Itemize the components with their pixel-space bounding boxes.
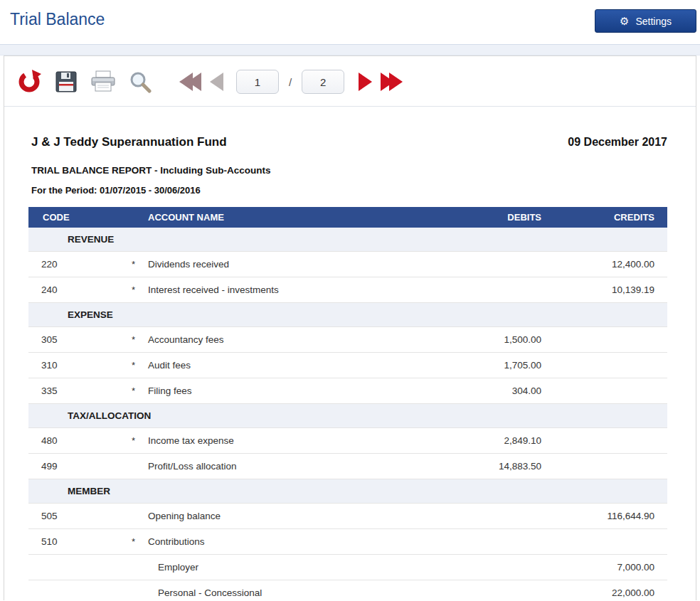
cell-flag: *: [132, 428, 148, 454]
cell-code: [28, 580, 132, 601]
table-row: TAX/ALLOCATION: [28, 404, 667, 428]
right-arrow-icon: [359, 73, 372, 91]
cell-credit: 116,644.90: [550, 504, 667, 529]
cell-debit: 1,705.00: [450, 353, 550, 378]
first-page-icon[interactable]: [179, 73, 201, 91]
cell-flag: *: [132, 378, 148, 404]
section-label: MEMBER: [28, 479, 667, 504]
cell-code: 240: [28, 277, 132, 303]
cell-name: Contributions: [148, 529, 450, 555]
settings-button-label: Settings: [635, 16, 672, 27]
last-page-icon[interactable]: [381, 73, 403, 91]
trial-balance-table-body: REVENUE220*Dividends received12,400.0024…: [28, 228, 667, 600]
header-credits: CREDITS: [550, 207, 667, 228]
table-row: 480*Income tax expense2,849.10: [28, 428, 667, 454]
app-header: Trial Balance ⚙ Settings: [0, 0, 700, 44]
cell-debit: [450, 252, 550, 277]
table-row: Employer7,000.00: [28, 555, 667, 580]
table-row: Personal - Concessional22,000.00: [28, 580, 667, 601]
cell-code: 305: [28, 327, 132, 353]
report-body: J & J Teddy Superannuation Fund 09 Decem…: [4, 107, 696, 600]
refresh-icon[interactable]: [16, 69, 43, 95]
cell-name: Filing fees: [148, 378, 450, 404]
cell-name: Employer: [148, 555, 450, 580]
section-label: EXPENSE: [28, 303, 667, 327]
cell-credit: 12,400.00: [550, 252, 667, 277]
current-page-value: 1: [255, 76, 260, 88]
cell-debit: 1,500.00: [450, 327, 550, 353]
table-row: 510*Contributions: [28, 529, 667, 555]
cell-name: Audit fees: [148, 353, 450, 378]
cell-flag: [132, 555, 148, 580]
table-row: 310*Audit fees1,705.00: [28, 353, 667, 378]
report-period: For the Period: 01/07/2015 - 30/06/2016: [28, 185, 667, 196]
toolbar: 1 / 2: [4, 56, 696, 107]
fund-name: J & J Teddy Superannuation Fund: [28, 135, 227, 149]
total-pages-value: 2: [320, 76, 326, 88]
left-arrow-icon: [210, 73, 223, 91]
cell-credit: [550, 378, 667, 404]
gear-icon: ⚙: [620, 16, 629, 26]
cell-name: Profit/Loss allocation: [148, 454, 450, 479]
table-row: 220*Dividends received12,400.00: [28, 252, 667, 277]
cell-debit: [450, 580, 550, 601]
cell-flag: [132, 454, 148, 479]
section-label: REVENUE: [28, 228, 667, 252]
cell-debit: 14,883.50: [450, 454, 550, 479]
cell-flag: *: [132, 529, 148, 555]
trial-balance-table: CODE ACCOUNT NAME DEBITS CREDITS REVENUE…: [28, 207, 667, 600]
cell-credit: 10,139.19: [550, 277, 667, 303]
cell-code: 499: [28, 454, 132, 479]
double-right-arrow-icon: [389, 73, 403, 91]
cell-credit: [550, 327, 667, 353]
save-icon[interactable]: [53, 69, 80, 95]
cell-name: Dividends received: [148, 252, 450, 277]
table-row: 305*Accountancy fees1,500.00: [28, 327, 667, 353]
table-row: MEMBER: [28, 479, 667, 504]
table-header: CODE ACCOUNT NAME DEBITS CREDITS: [28, 207, 667, 228]
cell-code: 510: [28, 529, 132, 555]
cell-code: 480: [28, 428, 132, 454]
cell-credit: 7,000.00: [550, 555, 667, 580]
settings-button[interactable]: ⚙ Settings: [595, 9, 696, 33]
cell-debit: [450, 529, 550, 555]
current-page-input[interactable]: 1: [236, 70, 279, 94]
table-row: EXPENSE: [28, 303, 667, 327]
search-icon[interactable]: [127, 69, 154, 95]
header-divider-band: [0, 44, 700, 55]
cell-flag: *: [132, 252, 148, 277]
cell-name: Accountancy fees: [148, 327, 450, 353]
cell-flag: [132, 580, 148, 601]
page-separator: /: [289, 76, 292, 88]
page-title: Trial Balance: [10, 10, 105, 29]
header-account-name: ACCOUNT NAME: [148, 207, 450, 228]
table-row: 240*Interest received - investments10,13…: [28, 277, 667, 303]
cell-name: Opening balance: [148, 504, 450, 529]
cell-flag: [132, 504, 148, 529]
report-panel: 1 / 2 J & J Teddy Superannuation Fund 09…: [4, 55, 696, 600]
cell-credit: [550, 454, 667, 479]
table-row: 505Opening balance116,644.90: [28, 504, 667, 529]
previous-page-icon[interactable]: [210, 73, 223, 91]
cell-credit: [550, 529, 667, 555]
section-label: TAX/ALLOCATION: [28, 404, 667, 428]
cell-flag: *: [132, 353, 148, 378]
cell-debit: [450, 555, 550, 580]
next-page-icon[interactable]: [359, 73, 372, 91]
report-header: J & J Teddy Superannuation Fund 09 Decem…: [28, 135, 667, 149]
cell-code: 310: [28, 353, 132, 378]
cell-flag: *: [132, 277, 148, 303]
cell-code: [28, 555, 132, 580]
table-row: 335*Filing fees304.00: [28, 378, 667, 404]
cell-name: Interest received - investments: [148, 277, 450, 303]
cell-credit: [550, 428, 667, 454]
cell-code: 335: [28, 378, 132, 404]
header-debits: DEBITS: [450, 207, 550, 228]
cell-credit: [550, 353, 667, 378]
cell-code: 220: [28, 252, 132, 277]
cell-name: Personal - Concessional: [148, 580, 450, 601]
cell-debit: [450, 277, 550, 303]
cell-name: Income tax expense: [148, 428, 450, 454]
double-left-arrow-icon: [188, 73, 201, 91]
print-icon[interactable]: [90, 69, 117, 95]
